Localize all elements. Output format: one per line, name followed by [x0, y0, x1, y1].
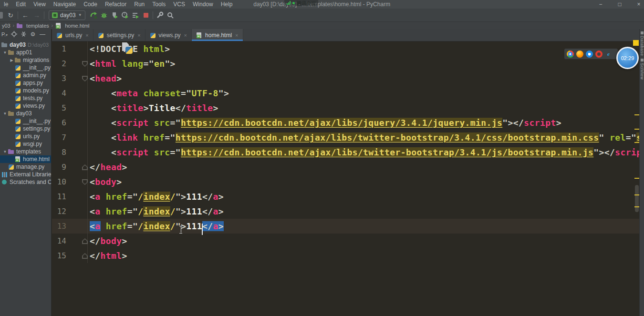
code-line-5[interactable]: 5 <title>Title</title> [52, 101, 640, 115]
hide-panel-icon[interactable]: — [39, 31, 46, 38]
code-line-12[interactable]: 12<a href="/index/">111</a> [52, 204, 640, 219]
maximize-button[interactable]: □ [616, 1, 623, 8]
close-icon[interactable]: × [85, 32, 88, 38]
tab-settings-py[interactable]: settings.py× [93, 29, 145, 41]
menu-item-edit[interactable]: Edit [12, 1, 30, 8]
code-line-10[interactable]: 10<body> [52, 174, 640, 189]
close-icon[interactable]: × [184, 32, 187, 38]
code-line-2[interactable]: 2<html lang="en"> [52, 56, 640, 71]
menu-item-view[interactable]: View [30, 1, 50, 8]
tree-item-templates[interactable]: ▼templates [0, 148, 52, 155]
tree-item-settings-py[interactable]: settings.py [0, 125, 52, 133]
collapse-all-icon[interactable] [20, 31, 27, 38]
warning-stripe-mark[interactable] [634, 129, 639, 130]
run-button[interactable] [88, 10, 99, 20]
code-line-13[interactable]: 13<a href="/index/">111</a> [52, 219, 640, 234]
fold-start-marker[interactable] [82, 179, 88, 185]
menu-item-refactor[interactable]: Refactor [101, 1, 130, 8]
code-line-1[interactable]: 1<!DOCTYPE html> [52, 41, 640, 56]
code-line-15[interactable]: 15</html> [52, 248, 640, 263]
fold-start-marker[interactable] [82, 61, 88, 67]
code-line-6[interactable]: 6 <script src="https://cdn.bootcdn.net/a… [52, 115, 640, 130]
chevron-down-icon[interactable]: ▼ [2, 112, 8, 116]
tree-item-manage-py[interactable]: manage.py [0, 163, 52, 171]
menu-item-help[interactable]: Help [217, 1, 237, 8]
code-editor[interactable]: 1<!DOCTYPE html>2<html lang="en">3<head>… [52, 41, 644, 316]
close-icon[interactable]: × [235, 32, 238, 38]
debug-button[interactable] [99, 10, 109, 20]
tree-item-home-html[interactable]: home.html [0, 155, 52, 163]
code-line-9[interactable]: 9</head> [52, 160, 640, 174]
stop-button[interactable] [141, 10, 151, 20]
safari-icon[interactable] [586, 51, 593, 58]
chevron-right-icon[interactable]: ▶ [9, 58, 15, 62]
code-line-8[interactable]: 8 <script src="https://cdn.bootcdn.net/a… [52, 145, 640, 160]
warning-stripe-mark[interactable] [634, 142, 639, 143]
tree-item-init-py[interactable]: __init__.py [0, 117, 52, 125]
menu-item-tools[interactable]: Tools [148, 1, 169, 8]
back-arrow-icon[interactable]: ← [20, 10, 31, 20]
opera-icon[interactable] [595, 51, 602, 58]
line-number[interactable]: 11 [52, 192, 66, 201]
minimize-button[interactable]: − [597, 1, 604, 8]
warning-stripe-mark[interactable] [634, 194, 639, 195]
project-dropdown[interactable]: P.▾ [1, 31, 8, 37]
line-number[interactable]: 10 [52, 177, 66, 186]
close-button[interactable]: × [635, 1, 642, 8]
warning-stripe-mark[interactable] [634, 178, 639, 179]
fold-end-marker[interactable] [82, 164, 88, 170]
wrench-icon[interactable] [155, 10, 165, 20]
line-number[interactable]: 13 [52, 222, 66, 231]
code-line-3[interactable]: 3<head> [52, 71, 640, 86]
tree-item-scratches-and-conso[interactable]: Scratches and Conso [0, 178, 52, 186]
menu-item-code[interactable]: Code [80, 1, 101, 8]
clipped-save-icon[interactable] [0, 12, 3, 19]
tree-item-wsgi-py[interactable]: wsgi.py [0, 140, 52, 148]
tree-item-migrations[interactable]: ▶migrations [0, 56, 52, 64]
ie-icon[interactable]: e [605, 51, 612, 58]
menu-item-vcs[interactable]: VCS [169, 1, 189, 8]
line-number[interactable]: 9 [52, 163, 66, 172]
warning-stripe-mark[interactable] [634, 206, 639, 207]
fold-end-marker[interactable] [82, 253, 88, 259]
toolwindow-tab-database[interactable]: Database [640, 31, 644, 56]
tree-item-views-py[interactable]: views.py [0, 102, 52, 110]
breadcrumb-item-y03[interactable]: y03 [1, 23, 11, 29]
breadcrumb-item-templates[interactable]: templates [16, 23, 50, 29]
warning-stripe-mark[interactable] [634, 114, 639, 115]
chrome-icon[interactable] [567, 51, 574, 58]
menu-item-window[interactable]: Window [189, 1, 217, 8]
menu-item-navigate[interactable]: Navigate [50, 1, 80, 8]
run-configuration-select[interactable]: day03 ▼ [49, 10, 85, 20]
line-number[interactable]: 5 [52, 103, 66, 112]
tree-item-day03[interactable]: ▼day03 [0, 110, 52, 117]
tree-item-urls-py[interactable]: urls.py [0, 133, 52, 140]
line-number[interactable]: 15 [52, 251, 66, 260]
menu-item-le[interactable]: le [0, 1, 12, 8]
fold-end-marker[interactable] [82, 238, 88, 244]
tree-item-admin-py[interactable]: admin.py [0, 71, 52, 79]
line-number[interactable]: 14 [52, 236, 66, 245]
scrollbar-thumb[interactable] [635, 185, 639, 212]
toolwindow-tab-sciview[interactable]: SciView [640, 59, 644, 80]
profiler-button[interactable] [120, 10, 130, 20]
line-number[interactable]: 6 [52, 118, 66, 127]
chevron-down-icon[interactable]: ▼ [2, 51, 8, 55]
code-line-14[interactable]: 14</body> [52, 234, 640, 248]
sync-icon[interactable]: ↻ [5, 10, 16, 20]
tree-item-apps-py[interactable]: apps.py [0, 79, 52, 87]
code-line-7[interactable]: 7 <link href="https://cdn.bootcdn.net/aj… [52, 130, 640, 145]
fold-start-marker[interactable] [82, 76, 88, 82]
line-number[interactable]: 2 [52, 59, 66, 68]
tab-views-py[interactable]: views.py× [145, 29, 192, 41]
code-line-11[interactable]: 11<a href="/index/">111</a> [52, 189, 640, 204]
line-number[interactable]: 3 [52, 74, 66, 83]
tree-item-day03[interactable]: day03D:\day03 [0, 41, 52, 49]
forward-arrow-icon[interactable]: → [31, 10, 42, 20]
tree-item-models-py[interactable]: models.py [0, 87, 52, 94]
tree-item-external-libraries[interactable]: External Libraries [0, 171, 52, 178]
line-number[interactable]: 12 [52, 207, 66, 216]
firefox-icon[interactable] [576, 51, 583, 58]
tree-item-app01[interactable]: ▼app01 [0, 49, 52, 56]
line-number[interactable]: 7 [52, 133, 66, 142]
